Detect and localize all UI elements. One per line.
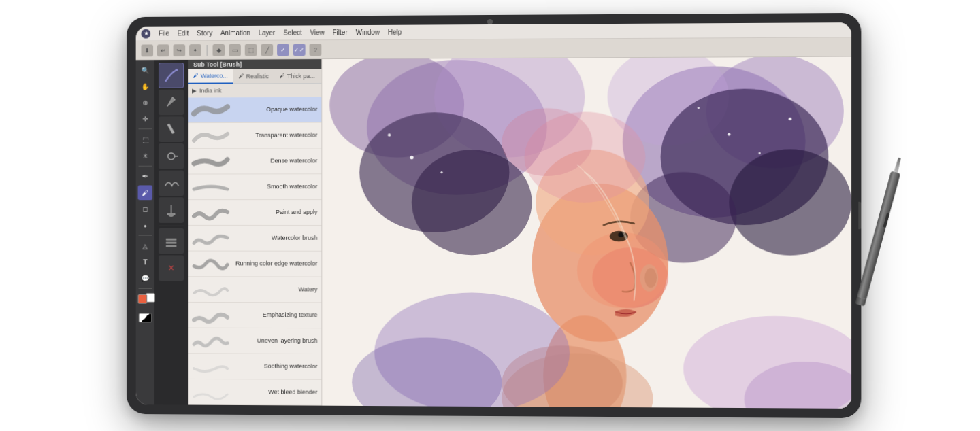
brush-category-india[interactable]: ▶ India ink [188, 84, 321, 98]
tool-check2[interactable]: ✓✓ [293, 44, 306, 56]
stylus-button[interactable] [883, 213, 890, 228]
svg-rect-1 [167, 123, 174, 134]
menu-help[interactable]: Help [388, 29, 402, 36]
brush-item-soothing[interactable]: Soothing watercolor [188, 354, 321, 380]
tool-lasso[interactable]: ✳ [138, 148, 153, 163]
brush-name-dense: Dense watercolor [231, 158, 318, 165]
tab-watercolor-label: Waterco... [201, 72, 228, 79]
tool-rotate[interactable]: ⊕ [138, 95, 153, 110]
menu-layer[interactable]: Layer [259, 29, 276, 37]
brush-item-uneven[interactable]: Uneven layering brush [188, 328, 321, 354]
tool-sparkle[interactable]: ✦ [189, 44, 201, 56]
brush-name-watery: Watery [231, 286, 318, 293]
svg-rect-5 [166, 242, 177, 244]
tool-eraser[interactable]: ◻ [138, 201, 153, 216]
tablet-side-button[interactable] [858, 202, 861, 229]
checker-pattern[interactable] [139, 313, 152, 323]
tool-brush[interactable]: 🖌 [138, 185, 153, 200]
tool-move[interactable]: ✛ [138, 111, 153, 126]
menu-filter[interactable]: Filter [333, 29, 348, 36]
subtool-airbrush[interactable] [159, 143, 184, 169]
brush-item-transparent[interactable]: Transparent watercolor [188, 123, 321, 149]
svg-rect-6 [166, 245, 177, 247]
svg-rect-4 [166, 239, 177, 241]
brush-name-transparent: Transparent watercolor [231, 132, 318, 139]
divider1 [139, 128, 152, 129]
tool-transform[interactable]: ⬚ [245, 44, 257, 56]
tool-rect-select[interactable]: ▭ [229, 44, 241, 56]
tool-text[interactable]: T [138, 254, 153, 269]
menu-window[interactable]: Window [356, 29, 380, 36]
brush-item-dense[interactable]: Dense watercolor [188, 148, 321, 174]
tool-fill-bucket[interactable]: ⬥ [138, 218, 153, 232]
divider3 [139, 235, 152, 236]
subtool-blend[interactable] [159, 171, 184, 196]
brush-item-paint[interactable]: Paint and apply [188, 200, 321, 226]
brush-name-smooth: Smooth watercolor [231, 183, 318, 190]
tool-fill[interactable]: ◆ [212, 44, 225, 56]
brush-item-wet[interactable]: Wet bleed blender [188, 379, 321, 406]
brush-preview-watery [191, 279, 231, 300]
menu-edit[interactable]: Edit [178, 29, 189, 37]
brush-item-watery[interactable]: Watery [188, 277, 321, 303]
brush-item-opaque[interactable]: Opaque watercolor [188, 97, 321, 123]
svg-point-36 [789, 118, 791, 120]
tool-line[interactable]: ╱ [261, 44, 273, 56]
tool-pen[interactable]: ✒ [138, 169, 153, 184]
tab-thick-label: Thick pa... [287, 73, 315, 80]
tab-watercolor[interactable]: 🖌 Waterco... [188, 69, 233, 84]
brush-preview-paint [191, 202, 231, 224]
svg-point-35 [758, 152, 760, 154]
menu-file[interactable]: File [159, 30, 169, 37]
subtool-pencil[interactable] [159, 116, 184, 142]
svg-point-32 [410, 156, 414, 160]
svg-point-37 [698, 107, 700, 109]
tab-thick[interactable]: 🖌 Thick pa... [274, 69, 321, 84]
brush-item-running[interactable]: Running color edge watercolor [188, 252, 321, 277]
tool-zoom[interactable]: 🔍 [138, 63, 153, 77]
brush-item-smooth[interactable]: Smooth watercolor [188, 174, 321, 200]
brush-preview-emphasizing [191, 304, 231, 326]
subtool-layers[interactable] [159, 228, 184, 254]
main-area: 🔍 ✋ ⊕ ✛ ⬚ ✳ ✒ 🖌 ◻ ⬥ ◬ T 💬 [136, 57, 851, 409]
tool-redo[interactable]: ↪ [174, 44, 186, 56]
svg-point-38 [388, 133, 391, 136]
brush-name-wet: Wet bleed blender [231, 388, 318, 396]
subtool-delete[interactable]: ✕ [159, 255, 184, 281]
brush-preview-smooth [191, 176, 231, 198]
tool-hand[interactable]: ✋ [138, 79, 153, 94]
menu-view[interactable]: View [310, 29, 325, 36]
svg-point-42 [644, 268, 657, 288]
svg-point-2 [168, 153, 175, 160]
tool-undo[interactable]: ↩ [157, 44, 169, 56]
app-logo: ★ [141, 29, 150, 38]
brush-item-emphasizing[interactable]: Emphasizing texture [188, 303, 321, 328]
subtool-panel: ✕ [154, 60, 188, 405]
svg-point-15 [412, 150, 532, 255]
subtool-pen[interactable] [159, 90, 184, 116]
tool-snap[interactable]: ⬇ [141, 44, 153, 56]
subtool-popup-title: Sub Tool [Brush] [188, 59, 321, 69]
brush-preview-transparent [191, 124, 231, 146]
brush-name-running: Running color edge watercolor [231, 260, 318, 268]
brush-item-watercolor[interactable]: Watercolor brush [188, 226, 321, 252]
brush-list: Opaque watercolor Transparent watercolor [188, 97, 321, 406]
tool-check[interactable]: ✓ [277, 44, 289, 56]
secondary-color[interactable] [146, 293, 155, 303]
primary-color[interactable] [138, 294, 148, 304]
menu-select[interactable]: Select [283, 29, 301, 36]
menu-animation[interactable]: Animation [220, 29, 250, 37]
tool-shape[interactable]: ◬ [138, 239, 153, 254]
subtool-brush[interactable] [159, 63, 184, 88]
brush-preview-uneven [191, 330, 231, 351]
tool-help[interactable]: ? [310, 44, 322, 56]
tool-speech[interactable]: 💬 [138, 271, 153, 286]
brush-name-uneven: Uneven layering brush [231, 337, 318, 345]
tool-select-rect[interactable]: ⬚ [138, 132, 153, 147]
brush-tabs: 🖌 Waterco... 🖌 Realistic 🖌 Thick pa... [188, 69, 321, 84]
subtool-fill[interactable] [159, 197, 184, 223]
menu-story[interactable]: Story [197, 29, 212, 37]
svg-point-33 [440, 171, 442, 173]
brush-panel: Sub Tool [Brush] 🖌 Waterco... 🖌 Realisti… [188, 59, 322, 406]
tab-realistic[interactable]: 🖌 Realistic [233, 69, 274, 84]
